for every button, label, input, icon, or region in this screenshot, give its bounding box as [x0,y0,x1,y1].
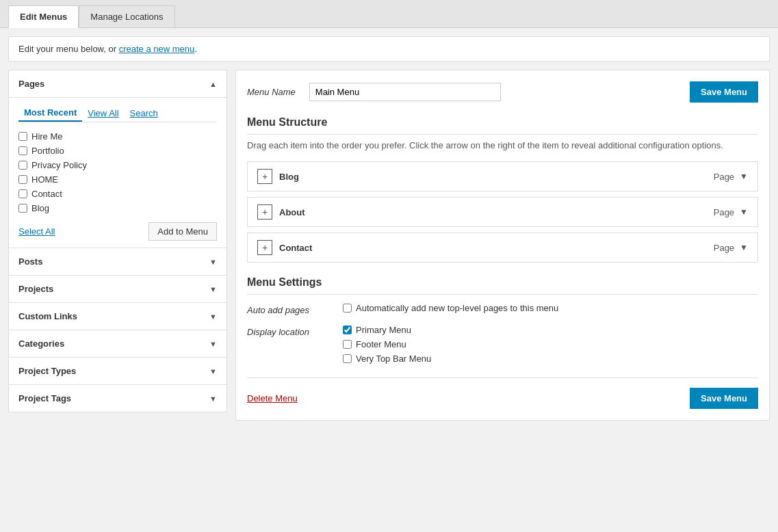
pages-section-content: Most Recent View All Search Hire Me Port… [9,98,226,248]
delete-menu-link[interactable]: Delete Menu [247,393,298,403]
portfolio-label: Portfolio [31,146,64,156]
project-tags-label: Project Tags [18,393,71,403]
posts-section: Posts ▼ [8,248,227,276]
projects-expand-icon: ▼ [209,285,217,293]
main-content: Pages ▲ Most Recent View All Search Hire… [8,70,770,421]
very-top-bar-menu-option: Very Top Bar Menu [343,354,431,364]
pages-section-title: Pages [18,79,44,89]
pages-collapse-icon: ▲ [209,80,217,88]
pages-section-header[interactable]: Pages ▲ [9,70,226,98]
hire-me-label: Hire Me [31,131,63,142]
menu-name-label: Menu Name [247,87,296,97]
blog-item-name: Blog [279,172,714,182]
menu-structure-desc: Drag each item into the order you prefer… [247,140,758,150]
display-location-controls: Primary Menu Footer Menu Very Top Bar Me… [343,325,431,364]
menu-item-about: + About Page ▼ [247,197,758,227]
create-new-menu-link[interactable]: create a new menu [119,44,195,54]
menu-item-contact: + Contact Page ▼ [247,232,758,263]
categories-section-header[interactable]: Categories ▼ [9,330,226,357]
menu-item-blog: + Blog Page ▼ [247,161,758,191]
contact-item-type: Page [714,243,734,253]
categories-expand-icon: ▼ [209,340,217,348]
pages-actions: Select All Add to Menu [18,222,217,241]
footer-menu-label: Footer Menu [356,339,406,349]
menu-structure-title: Menu Structure [247,116,758,135]
about-item-name: About [279,207,714,217]
blog-checkbox[interactable] [18,204,27,213]
contact-expand-button[interactable]: + [257,240,272,255]
project-types-section-header[interactable]: Project Types ▼ [9,358,226,384]
menu-name-row: Menu Name Save Menu [247,81,758,103]
project-types-section: Project Types ▼ [8,358,227,385]
primary-menu-label: Primary Menu [356,325,411,335]
categories-label: Categories [18,338,64,349]
bottom-bar: Delete Menu Save Menu [247,377,758,409]
pages-section: Pages ▲ Most Recent View All Search Hire… [8,70,227,248]
menu-name-field-group: Menu Name [247,83,501,101]
tab-view-all[interactable]: View All [82,105,124,122]
blog-expand-button[interactable]: + [257,169,272,184]
posts-expand-icon: ▼ [209,258,217,266]
project-types-label: Project Types [18,366,76,376]
posts-label: Posts [18,256,42,267]
project-tags-expand-icon: ▼ [209,395,217,403]
privacy-policy-label: Privacy Policy [31,160,87,170]
auto-add-row: Auto add pages Automatically add new top… [247,303,758,315]
blog-dropdown-icon[interactable]: ▼ [740,172,748,181]
footer-menu-option: Footer Menu [343,339,431,349]
list-item: Blog [18,201,217,215]
menu-settings-title: Menu Settings [247,276,758,295]
pages-list: Hire Me Portfolio Privacy Policy HOME [18,129,217,215]
notice-bar: Edit your menu below, or create a new me… [8,36,770,62]
save-menu-button-top[interactable]: Save Menu [690,81,758,103]
categories-section: Categories ▼ [8,330,227,358]
contact-checkbox[interactable] [18,189,27,198]
about-dropdown-icon[interactable]: ▼ [740,207,748,217]
auto-add-option: Automatically add new top-level pages to… [343,303,558,313]
auto-add-controls: Automatically add new top-level pages to… [343,303,558,313]
tab-manage-locations[interactable]: Manage Locations [79,5,174,27]
very-top-bar-menu-label: Very Top Bar Menu [356,354,431,364]
tab-most-recent[interactable]: Most Recent [18,105,82,122]
list-item: Portfolio [18,144,217,158]
auto-add-label: Auto add pages [247,303,343,315]
add-to-menu-button[interactable]: Add to Menu [148,222,217,241]
projects-section-header[interactable]: Projects ▼ [9,276,226,302]
very-top-bar-menu-checkbox[interactable] [343,354,352,363]
notice-text: Edit your menu below, or [18,44,119,54]
home-label: HOME [31,174,58,185]
auto-add-checkbox[interactable] [343,304,352,312]
blog-item-type: Page [714,172,734,182]
notice-suffix: . [194,44,197,54]
footer-menu-checkbox[interactable] [343,340,352,349]
primary-menu-checkbox[interactable] [343,325,352,334]
project-types-expand-icon: ▼ [209,367,217,375]
tab-edit-menus[interactable]: Edit Menus [8,5,79,28]
select-all-link[interactable]: Select All [18,226,55,237]
project-tags-section-header[interactable]: Project Tags ▼ [9,385,226,412]
hire-me-checkbox[interactable] [18,132,27,141]
portfolio-checkbox[interactable] [18,146,27,155]
pages-tabs: Most Recent View All Search [18,105,217,122]
list-item: Contact [18,187,217,201]
save-menu-button-bottom[interactable]: Save Menu [690,388,758,409]
list-item: HOME [18,172,217,187]
right-panel: Menu Name Save Menu Menu Structure Drag … [235,70,770,421]
tab-search[interactable]: Search [125,105,164,122]
privacy-policy-checkbox[interactable] [18,161,27,170]
contact-dropdown-icon[interactable]: ▼ [740,243,748,252]
contact-label: Contact [31,189,62,199]
posts-section-header[interactable]: Posts ▼ [9,248,226,275]
custom-links-label: Custom Links [18,311,77,321]
list-item: Hire Me [18,129,217,144]
list-item: Privacy Policy [18,158,217,172]
about-item-type: Page [714,207,734,217]
project-tags-section: Project Tags ▼ [8,385,227,412]
custom-links-section-header[interactable]: Custom Links ▼ [9,303,226,330]
custom-links-expand-icon: ▼ [209,312,217,321]
menu-name-input[interactable] [309,83,501,101]
about-expand-button[interactable]: + [257,204,272,220]
primary-menu-option: Primary Menu [343,325,431,335]
home-checkbox[interactable] [18,175,27,184]
display-location-row: Display location Primary Menu Footer Men… [247,325,758,364]
